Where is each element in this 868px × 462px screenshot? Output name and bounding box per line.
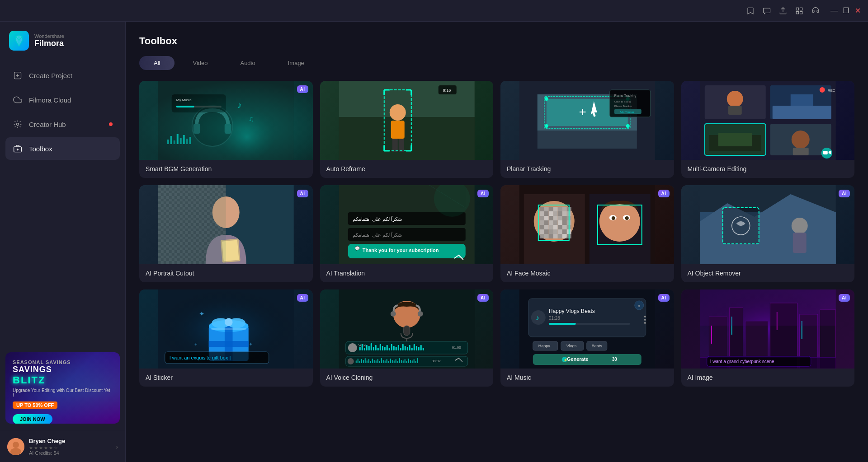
tool-thumb-ai-sticker: ✦ ✦ ✦ I want an exquisite gift box | AI xyxy=(139,289,313,369)
filter-tab-video[interactable]: Video xyxy=(178,56,222,70)
svg-rect-180 xyxy=(403,326,410,336)
tool-label-ai-face-mosaic: AI Face Mosaic xyxy=(500,264,674,282)
sidebar-item-filmora-cloud[interactable]: Filmora Cloud xyxy=(5,89,120,111)
svg-rect-247 xyxy=(410,360,410,363)
filter-tab-audio[interactable]: Audio xyxy=(226,56,269,70)
bookmark-icon[interactable] xyxy=(746,6,755,15)
svg-rect-240 xyxy=(397,361,398,363)
tool-card-planar-tracking[interactable]: + Planar Tracking xyxy=(500,81,674,178)
content-area: Toolbox All Video Audio Image xyxy=(126,22,868,462)
svg-text:I want a grand cyberpunk scene: I want a grand cyberpunk scene xyxy=(710,359,774,364)
ai-badge-image: AI xyxy=(839,294,850,302)
promo-savings-text: SAVINGS xyxy=(13,365,113,374)
svg-rect-221 xyxy=(363,360,363,363)
tool-label-ai-image: AI Image xyxy=(681,369,855,387)
svg-rect-230 xyxy=(379,361,380,363)
creator-hub-badge xyxy=(109,122,113,126)
tool-card-ai-music[interactable]: ♪ Happy Vlogs Beats 01:28 ♬ xyxy=(500,289,674,387)
message-icon[interactable] xyxy=(762,6,771,15)
tool-card-ai-voice-cloning[interactable]: Voice xyxy=(320,289,494,387)
promo-seasonal-text: SEASONAL SAVINGS xyxy=(13,359,113,365)
svg-rect-83 xyxy=(158,185,226,264)
svg-rect-211 xyxy=(418,347,419,350)
maximize-button[interactable]: ❐ xyxy=(843,8,849,14)
tool-card-smart-bgm[interactable]: ♪ ♫ My Music xyxy=(139,81,313,178)
svg-rect-142 xyxy=(549,234,553,238)
svg-rect-196 xyxy=(384,347,385,350)
tool-card-multicam[interactable]: REC Multi-Camera Editing xyxy=(681,81,855,178)
tool-label-auto-reframe: Auto Reframe xyxy=(320,160,494,178)
svg-point-152 xyxy=(612,216,615,220)
svg-text:Thank you for your subscriptio: Thank you for your subscription xyxy=(362,247,439,253)
sidebar-item-create-project[interactable]: Create Project xyxy=(5,64,120,87)
tool-thumb-portrait-cutout: AI xyxy=(139,185,313,264)
tool-card-ai-image[interactable]: I want a grand cyberpunk scene AI AI Ima… xyxy=(681,289,855,387)
minimize-button[interactable]: — xyxy=(831,8,837,14)
svg-rect-138 xyxy=(562,229,567,234)
svg-text:01:00: 01:00 xyxy=(452,345,461,350)
svg-rect-34 xyxy=(392,139,397,152)
svg-rect-226 xyxy=(372,359,373,363)
ai-badge-portrait: AI xyxy=(297,190,308,197)
svg-text:Vlogs: Vlogs xyxy=(566,344,577,348)
svg-rect-73 xyxy=(823,151,827,154)
upload-icon[interactable] xyxy=(778,6,788,15)
user-section[interactable]: Bryan Chege ★ ★ ★ ★ ★ ☆ AI Credits: 54 › xyxy=(0,431,125,462)
svg-rect-233 xyxy=(384,360,385,363)
sidebar-item-creator-hub[interactable]: Creator Hub xyxy=(5,113,120,135)
promo-subtitle: Upgrade Your Editing with Our Best Disco… xyxy=(13,388,113,398)
promo-join-button[interactable]: JOIN NOW xyxy=(13,414,52,424)
promo-discount-badge: UP TO 50% OFF xyxy=(13,401,57,409)
svg-rect-198 xyxy=(388,348,390,350)
tool-card-portrait-cutout[interactable]: AI AI Portrait Cutout xyxy=(139,185,313,282)
svg-rect-208 xyxy=(411,348,412,350)
svg-rect-30 xyxy=(339,117,474,160)
svg-point-11 xyxy=(203,99,276,160)
svg-point-47 xyxy=(545,124,548,128)
filter-tab-image[interactable]: Image xyxy=(274,56,319,70)
tool-card-auto-reframe[interactable]: 9:16 Auto Reframe xyxy=(320,81,494,178)
svg-rect-197 xyxy=(386,345,387,350)
grid-icon[interactable] xyxy=(795,6,804,15)
filter-tabs: All Video Audio Image xyxy=(139,56,854,70)
svg-rect-66 xyxy=(718,133,752,146)
svg-text:💬: 💬 xyxy=(354,246,360,251)
promo-banner[interactable]: SEASONAL SAVINGS SAVINGS BLITZ Upgrade Y… xyxy=(5,352,120,424)
tool-card-ai-object-remover[interactable]: AI AI Object Remover xyxy=(681,185,855,282)
svg-rect-26 xyxy=(183,135,185,144)
svg-rect-219 xyxy=(359,361,360,363)
svg-rect-143 xyxy=(553,234,558,238)
close-button[interactable]: ✕ xyxy=(854,8,861,14)
tool-card-ai-translation[interactable]: شكراً لكم على اهتمامكم شكراً لكم على اهت… xyxy=(320,185,494,282)
svg-point-157 xyxy=(791,218,807,234)
headset-icon[interactable] xyxy=(811,6,820,15)
svg-rect-227 xyxy=(373,360,374,363)
filter-tab-all[interactable]: All xyxy=(139,56,175,70)
tool-thumb-ai-face-mosaic: AI xyxy=(500,185,674,264)
tool-card-ai-sticker[interactable]: ✦ ✦ ✦ I want an exquisite gift box | AI … xyxy=(139,289,313,387)
sidebar-item-toolbox[interactable]: Toolbox xyxy=(5,137,120,160)
svg-rect-141 xyxy=(544,234,549,238)
svg-rect-195 xyxy=(382,346,383,350)
tool-label-ai-object-remover: AI Object Remover xyxy=(681,264,855,282)
tool-card-ai-face-mosaic[interactable]: AI AI Face Mosaic xyxy=(500,185,674,282)
user-info: Bryan Chege ★ ★ ★ ★ ★ ☆ AI Credits: 54 xyxy=(29,438,111,456)
svg-rect-61 xyxy=(728,106,741,115)
svg-rect-232 xyxy=(382,360,383,363)
svg-rect-110 xyxy=(562,211,567,216)
svg-rect-103 xyxy=(562,207,567,211)
svg-rect-137 xyxy=(558,229,562,234)
svg-rect-14 xyxy=(225,124,231,134)
svg-rect-24 xyxy=(177,134,179,144)
tool-label-ai-sticker: AI Sticker xyxy=(139,369,313,387)
svg-rect-107 xyxy=(549,211,553,216)
svg-text:شكراً لكم على اهتمامكم: شكراً لكم على اهتمامكم xyxy=(352,231,401,238)
svg-text:♪: ♪ xyxy=(536,314,539,322)
toolbox-label: Toolbox xyxy=(29,145,52,153)
svg-rect-206 xyxy=(406,347,408,350)
svg-rect-20 xyxy=(176,106,194,107)
svg-point-9 xyxy=(10,448,21,455)
svg-rect-246 xyxy=(408,359,409,363)
sidebar-nav: Create Project Filmora Cloud Creato xyxy=(0,64,125,345)
svg-rect-131 xyxy=(562,225,567,229)
